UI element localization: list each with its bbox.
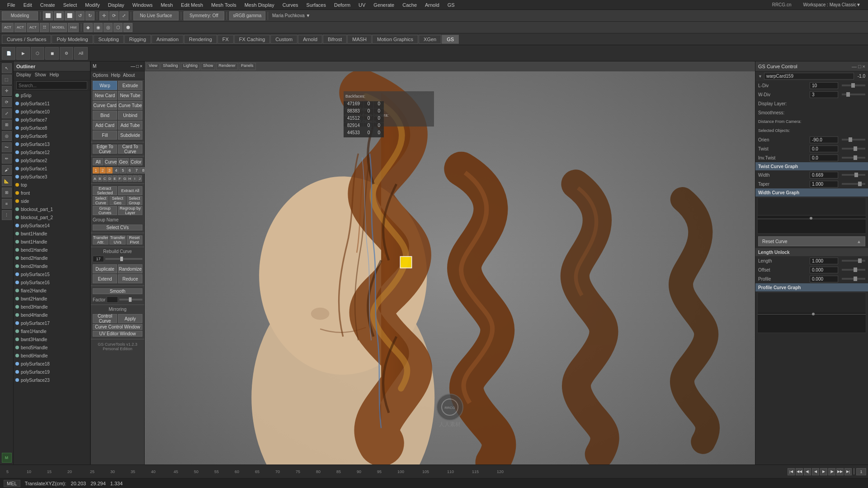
subdivide-button[interactable]: Subdivide bbox=[118, 131, 142, 140]
list-item[interactable]: polySurface6 bbox=[14, 132, 90, 140]
list-item[interactable]: polySurface1 bbox=[14, 164, 90, 173]
rebuild-value-input[interactable] bbox=[93, 256, 104, 262]
curve-filter-button[interactable]: Curve bbox=[104, 158, 117, 165]
menu-generate[interactable]: Generate bbox=[370, 1, 398, 9]
gs-menu-about[interactable]: About bbox=[123, 73, 135, 78]
width-slider[interactable] bbox=[842, 174, 866, 176]
list-item[interactable]: polySurface16 bbox=[14, 278, 90, 286]
shelf-btn-4[interactable]: ◼ bbox=[45, 47, 59, 60]
sidebar-icon-misc[interactable]: ⋮ bbox=[2, 210, 12, 220]
gs-cc-maximize[interactable]: □ bbox=[858, 64, 861, 69]
gs-maximize[interactable]: □ bbox=[136, 64, 139, 69]
letter-c[interactable]: C bbox=[103, 175, 107, 182]
num-btn-5[interactable]: 5 bbox=[120, 167, 126, 174]
num-btn-4[interactable]: 4 bbox=[113, 167, 119, 174]
new-card-button[interactable]: New Card bbox=[93, 91, 117, 100]
tab-rendering[interactable]: Rendering bbox=[184, 35, 217, 44]
w-div-value[interactable]: 3 bbox=[810, 91, 838, 98]
inv-twist-slider[interactable] bbox=[842, 157, 866, 159]
letter-i[interactable]: I bbox=[132, 175, 137, 182]
menu-file[interactable]: File bbox=[4, 1, 19, 9]
list-item[interactable]: bend1Handle bbox=[14, 246, 90, 254]
tl-skip-end[interactable]: ▶| bbox=[844, 468, 852, 475]
tl-next-frame[interactable]: ▶▶ bbox=[836, 468, 844, 475]
list-item[interactable]: polySurface17 bbox=[14, 319, 90, 327]
shelf-btn-all[interactable]: All bbox=[74, 47, 88, 60]
offset-value[interactable]: 0.000 bbox=[810, 267, 838, 273]
extrude-button[interactable]: Extrude bbox=[118, 81, 142, 90]
list-item[interactable]: bwnt1Handle bbox=[14, 230, 90, 238]
menu-select[interactable]: Select bbox=[60, 1, 81, 9]
renderer-btn[interactable]: Renderer bbox=[216, 63, 238, 70]
list-item[interactable]: polySurface19 bbox=[14, 368, 90, 376]
list-item[interactable]: front bbox=[14, 189, 90, 197]
list-item[interactable]: polySurface7 bbox=[14, 116, 90, 124]
menu-edit[interactable]: Edit bbox=[20, 1, 36, 9]
shape-btn-1[interactable]: ◆ bbox=[84, 23, 93, 32]
warp-numeric-value[interactable]: -1.0 bbox=[858, 74, 865, 79]
tab-xgen[interactable]: XGen bbox=[419, 35, 441, 44]
hist-btn[interactable]: ☷ bbox=[40, 23, 49, 32]
tl-skip-start[interactable]: |◀ bbox=[788, 468, 795, 475]
smooth-button[interactable]: Smooth bbox=[93, 288, 142, 294]
randomize-button[interactable]: Randomize bbox=[118, 264, 142, 273]
tool-btn-2[interactable]: ⬜ bbox=[54, 11, 64, 20]
list-item[interactable]: blockout_part_2 bbox=[14, 213, 90, 221]
sidebar-icon-rotate[interactable]: ⟳ bbox=[2, 97, 12, 107]
reset-curve-button[interactable]: Reset Curve ▲ bbox=[758, 236, 865, 246]
outliner-menu-display[interactable]: Display bbox=[16, 72, 31, 79]
list-item[interactable]: polySurface12 bbox=[14, 148, 90, 156]
tl-play[interactable]: ▶ bbox=[820, 468, 827, 475]
add-card-button[interactable]: Add Card bbox=[93, 121, 117, 130]
apply-button[interactable]: Apply bbox=[118, 314, 142, 323]
graph-handle-1[interactable] bbox=[810, 217, 812, 220]
list-item[interactable]: bwnt2Handle bbox=[14, 295, 90, 303]
profile-curve-graph-header[interactable]: Profile Curve Graph bbox=[755, 283, 868, 291]
list-item[interactable]: polySurface18 bbox=[14, 360, 90, 368]
tab-fx[interactable]: FX bbox=[217, 35, 234, 44]
select-group-button[interactable]: Select Group bbox=[127, 196, 142, 205]
orien-slider[interactable] bbox=[842, 139, 866, 141]
tl-next-key[interactable]: |▶ bbox=[828, 468, 835, 475]
gs-menu-help[interactable]: Help bbox=[111, 73, 120, 78]
list-item[interactable]: polySurface15 bbox=[14, 270, 90, 278]
tab-arnold[interactable]: Arnold bbox=[298, 35, 322, 44]
act-btn-3[interactable]: ACT bbox=[27, 23, 39, 32]
l-div-value[interactable]: 10 bbox=[810, 82, 838, 89]
edge-to-curve-button[interactable]: Edge To Curve bbox=[93, 145, 117, 154]
unbind-button[interactable]: Unbind bbox=[118, 111, 142, 120]
length-value[interactable]: 1.000 bbox=[810, 258, 838, 264]
gs-minimize[interactable]: — bbox=[131, 64, 135, 69]
letter-d[interactable]: D bbox=[108, 175, 112, 182]
letter-g[interactable]: G bbox=[123, 175, 127, 182]
tl-prev-key[interactable]: ◀| bbox=[804, 468, 811, 475]
modeling-dropdown[interactable]: Modeling bbox=[2, 11, 38, 20]
tab-mash[interactable]: MASH bbox=[347, 35, 372, 44]
list-item[interactable]: pSrip bbox=[14, 91, 90, 99]
num-btn-3[interactable]: 3 bbox=[106, 167, 113, 174]
extend-button[interactable]: Extend bbox=[93, 274, 117, 283]
group-curves-button[interactable]: Group Curves bbox=[93, 206, 117, 215]
letter-h[interactable]: H bbox=[127, 175, 132, 182]
tl-num-1[interactable]: 1 bbox=[856, 468, 866, 475]
length-unlock-header[interactable]: Length Unlock bbox=[755, 248, 868, 256]
add-tube-button[interactable]: Add Tube bbox=[118, 121, 142, 130]
list-item[interactable]: top bbox=[14, 181, 90, 189]
tab-motion-graphics[interactable]: Motion Graphics bbox=[372, 35, 418, 44]
model-btn[interactable]: MODEL bbox=[50, 23, 67, 32]
act-btn-1[interactable]: ACT bbox=[2, 23, 14, 32]
profile-slider[interactable] bbox=[842, 278, 866, 280]
select-curve-button[interactable]: Select Curve bbox=[93, 196, 108, 205]
rebuild-slider[interactable] bbox=[105, 258, 142, 260]
fill-button[interactable]: Fill bbox=[93, 131, 117, 140]
shelf-btn-5[interactable]: ⚙ bbox=[60, 47, 73, 60]
list-item[interactable]: polySurface8 bbox=[14, 124, 90, 132]
width-curve-graph[interactable] bbox=[757, 197, 866, 234]
view-panels-btn[interactable]: View bbox=[146, 63, 160, 70]
outliner-menu-help[interactable]: Help bbox=[50, 72, 59, 79]
curve-control-window-button[interactable]: Curve Control Window bbox=[93, 324, 142, 330]
profile-value[interactable]: 0.000 bbox=[810, 276, 838, 282]
list-item[interactable]: polySurface10 bbox=[14, 108, 90, 116]
offset-slider[interactable] bbox=[842, 269, 866, 271]
symmetry-btn[interactable]: Symmetry: Off bbox=[184, 11, 224, 20]
